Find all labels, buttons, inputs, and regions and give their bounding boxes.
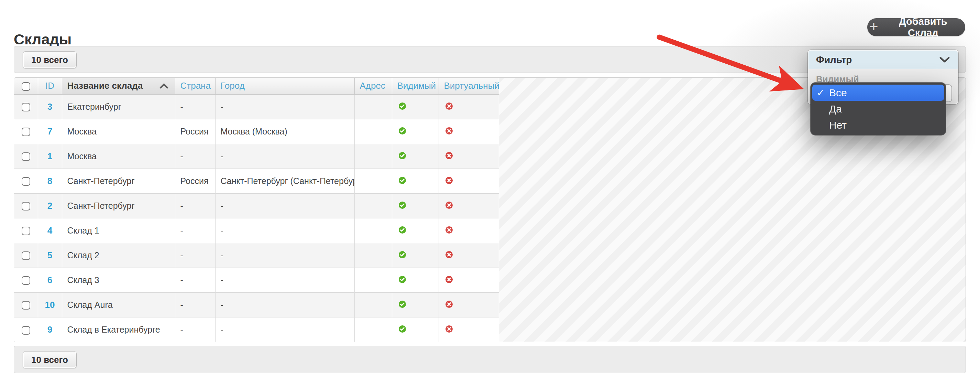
row-id-link[interactable]: 8	[48, 176, 52, 186]
warehouse-name-cell: Склад в Екатеринбурге	[62, 317, 175, 342]
table-row: 6 Склад 3 - -	[14, 268, 499, 292]
virtual-cell	[439, 218, 499, 243]
warehouse-name-cell: Склад 2	[62, 243, 175, 268]
visible-cell	[392, 169, 439, 193]
row-checkbox[interactable]	[22, 326, 30, 335]
row-checkbox[interactable]	[22, 301, 30, 309]
row-select-cell	[14, 119, 38, 144]
column-header-id[interactable]: ID	[38, 78, 62, 94]
dropdown-option-all[interactable]: ✓ Все	[812, 85, 944, 101]
check-circle-icon	[399, 127, 406, 134]
row-id-cell: 9	[38, 317, 62, 342]
filter-title: Фильтр	[816, 54, 852, 65]
column-header-country[interactable]: Страна	[175, 78, 215, 94]
warehouse-name-cell: Екатеринбург	[62, 94, 175, 119]
row-id-link[interactable]: 9	[48, 324, 52, 335]
x-circle-icon	[445, 102, 453, 110]
total-count-button-top[interactable]: 10 всего	[23, 51, 76, 69]
city-cell: -	[215, 94, 355, 119]
x-circle-icon	[445, 301, 453, 308]
visible-cell	[392, 193, 439, 218]
virtual-cell	[439, 193, 499, 218]
column-header-city[interactable]: Город	[215, 78, 355, 94]
row-checkbox[interactable]	[22, 128, 30, 136]
dropdown-option-label: Все	[829, 87, 847, 99]
warehouse-table: ID Название склада Страна Город Адрес Ви…	[14, 78, 499, 342]
dropdown-option-label: Да	[829, 103, 842, 115]
virtual-cell	[439, 268, 499, 292]
row-select-cell	[14, 193, 38, 218]
select-all-checkbox[interactable]	[22, 82, 30, 91]
row-id-cell: 6	[38, 268, 62, 292]
country-cell: -	[175, 144, 215, 169]
filter-header[interactable]: Фильтр	[808, 51, 958, 69]
column-header-address[interactable]: Адрес	[355, 78, 392, 94]
country-cell: -	[175, 193, 215, 218]
address-cell	[355, 218, 392, 243]
address-cell	[355, 268, 392, 292]
select-all-header-cell	[14, 78, 38, 94]
add-warehouse-label: Добавить Склад	[883, 16, 963, 38]
total-count-button-bottom[interactable]: 10 всего	[23, 351, 76, 368]
visible-cell	[392, 94, 439, 119]
row-checkbox[interactable]	[22, 152, 30, 161]
row-checkbox[interactable]	[22, 276, 30, 285]
row-id-link[interactable]: 10	[45, 300, 55, 310]
visible-cell	[392, 243, 439, 268]
row-checkbox[interactable]	[22, 202, 30, 211]
column-header-visible[interactable]: Видимый	[392, 78, 439, 94]
row-id-cell: 3	[38, 94, 62, 119]
add-warehouse-button[interactable]: + Добавить Склад	[867, 18, 965, 36]
row-select-cell	[14, 243, 38, 268]
country-cell: Россия	[175, 119, 215, 144]
warehouse-name-cell: Склад 3	[62, 268, 175, 292]
row-id-link[interactable]: 7	[48, 126, 52, 137]
check-circle-icon	[399, 201, 406, 209]
row-id-link[interactable]: 2	[48, 201, 52, 211]
row-select-cell	[14, 144, 38, 169]
city-cell: -	[215, 268, 355, 292]
row-id-cell: 7	[38, 119, 62, 144]
row-checkbox[interactable]	[22, 103, 30, 112]
address-cell	[355, 193, 392, 218]
table-row: 4 Склад 1 - -	[14, 218, 499, 243]
row-id-link[interactable]: 1	[48, 151, 52, 161]
city-cell: -	[215, 218, 355, 243]
country-cell: -	[175, 243, 215, 268]
visible-cell	[392, 317, 439, 342]
table-row: 5 Склад 2 - -	[14, 243, 499, 268]
row-select-cell	[14, 94, 38, 119]
x-circle-icon	[445, 276, 453, 283]
virtual-cell	[439, 169, 499, 193]
warehouse-name-cell: Москва	[62, 119, 175, 144]
row-id-link[interactable]: 6	[48, 275, 52, 285]
x-circle-icon	[445, 152, 453, 159]
dropdown-option-no[interactable]: Нет	[812, 117, 944, 133]
dropdown-option-yes[interactable]: Да	[812, 101, 944, 117]
column-header-virtual[interactable]: Виртуальный	[439, 78, 499, 94]
country-cell: -	[175, 218, 215, 243]
row-checkbox[interactable]	[22, 251, 30, 260]
table-header-row: ID Название склада Страна Город Адрес Ви…	[14, 78, 499, 94]
row-id-cell: 5	[38, 243, 62, 268]
city-cell: -	[215, 243, 355, 268]
row-checkbox[interactable]	[22, 226, 30, 235]
row-id-cell: 8	[38, 169, 62, 193]
country-cell: -	[175, 317, 215, 342]
row-checkbox[interactable]	[22, 177, 30, 186]
row-id-link[interactable]: 3	[48, 102, 52, 112]
visible-cell	[392, 292, 439, 317]
column-header-name[interactable]: Название склада	[62, 78, 175, 94]
column-header-name-label: Название склада	[67, 80, 143, 91]
toolbar-bottom: 10 всего	[14, 346, 966, 373]
virtual-cell	[439, 243, 499, 268]
row-select-cell	[14, 268, 38, 292]
city-cell: -	[215, 193, 355, 218]
row-id-link[interactable]: 5	[48, 250, 52, 260]
row-id-link[interactable]: 4	[48, 225, 52, 236]
country-cell: -	[175, 268, 215, 292]
row-id-cell: 1	[38, 144, 62, 169]
x-circle-icon	[445, 226, 453, 234]
city-cell: -	[215, 317, 355, 342]
row-select-cell	[14, 317, 38, 342]
